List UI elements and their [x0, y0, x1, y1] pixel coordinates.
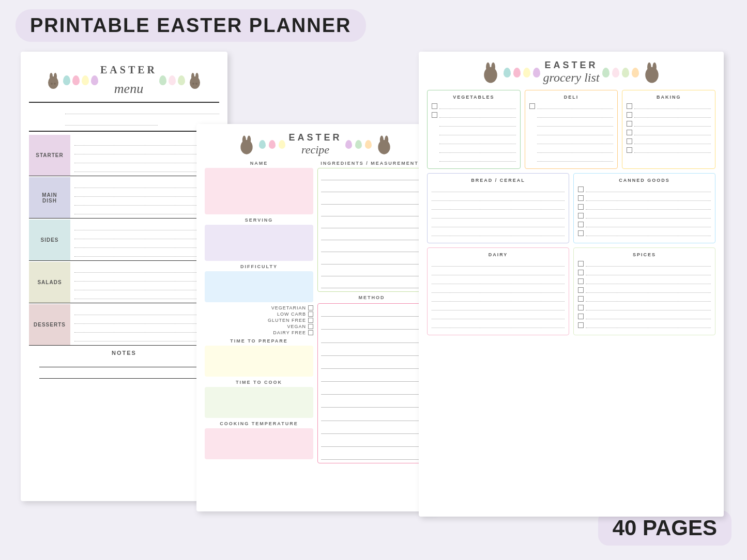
desserts-label: DESSERTS	[29, 304, 70, 345]
vegetables-section: VEGETABLES	[427, 90, 521, 169]
grocery-checkbox[interactable]	[578, 270, 584, 275]
menu-header: EASTER menu	[29, 64, 219, 97]
svg-point-5	[190, 76, 200, 89]
recipe-body: NAME SERVING DIFFICULTY VEGETARIAN LOW C…	[205, 161, 426, 463]
grocery-item	[432, 260, 565, 267]
svg-point-10	[241, 139, 253, 154]
grocery-checkbox[interactable]	[578, 305, 584, 310]
deli-title: DELI	[529, 95, 614, 100]
grocery-item	[432, 278, 565, 284]
grocery-item	[578, 313, 711, 319]
grocery-item	[432, 295, 565, 302]
grocery-item	[578, 322, 711, 328]
dairyfree-checkbox[interactable]	[308, 330, 313, 335]
vegan-checkbox[interactable]	[308, 324, 313, 329]
grocery-item	[529, 129, 614, 135]
svg-point-1	[50, 73, 53, 80]
lowcarb-checkbox[interactable]	[308, 312, 313, 317]
grocery-checkbox[interactable]	[627, 147, 632, 153]
grocery-checkbox[interactable]	[578, 186, 584, 192]
grocery-item	[627, 120, 711, 127]
grocery-item	[578, 221, 711, 227]
baking-title: BAKING	[627, 95, 711, 100]
grocery-item	[578, 260, 711, 267]
vegetarian-checkbox[interactable]	[308, 305, 313, 310]
grocery-checkbox[interactable]	[432, 112, 437, 118]
grocery-item	[432, 304, 565, 310]
grocery-checkbox[interactable]	[578, 195, 584, 201]
grocery-bunny-left	[480, 60, 501, 84]
timeprepare-box	[205, 346, 313, 377]
grocery-checkbox[interactable]	[627, 138, 632, 144]
glutenfree-checkbox[interactable]	[308, 318, 313, 323]
grocery-item	[432, 212, 565, 219]
serving-label: SERVING	[205, 217, 313, 223]
grocery-item	[578, 204, 711, 210]
baking-section: BAKING	[622, 90, 715, 169]
grocery-checkbox[interactable]	[578, 287, 584, 293]
grocery-item	[578, 230, 711, 236]
vegan-label: VEGAN	[287, 324, 306, 329]
spices-section: SPICES	[573, 247, 715, 335]
svg-point-20	[647, 63, 651, 72]
glutenfree-row: GLUTEN FREE	[205, 318, 313, 323]
grocery-checkbox[interactable]	[627, 112, 632, 118]
menu-section-desserts: DESSERTS	[29, 304, 219, 346]
grocery-checkbox[interactable]	[578, 296, 584, 302]
grocery-item	[529, 120, 614, 127]
grocery-checkbox[interactable]	[578, 230, 584, 236]
menu-decoration: EASTER menu	[29, 64, 219, 97]
notes-label: NOTES	[29, 350, 219, 356]
grocery-checkbox[interactable]	[529, 103, 535, 109]
svg-point-7	[195, 73, 199, 80]
lowcarb-label: LOW CARB	[277, 312, 306, 317]
method-box	[317, 303, 426, 463]
grocery-checkbox[interactable]	[627, 121, 632, 127]
grocery-item	[432, 129, 516, 135]
grocery-checkbox[interactable]	[578, 314, 584, 319]
grocery-checkbox[interactable]	[578, 278, 584, 284]
grocery-item	[432, 230, 565, 236]
ingredients-label: INGREDIENTS / MEASUREMENTS	[317, 161, 426, 166]
svg-point-18	[492, 63, 496, 72]
grocery-checkbox[interactable]	[578, 261, 584, 267]
grocery-checkbox[interactable]	[578, 213, 584, 219]
recipe-bunny-right	[375, 134, 393, 155]
grocery-item	[529, 155, 614, 162]
grocery-item	[432, 287, 565, 293]
vegetarian-label: VEGETARIAN	[271, 305, 306, 310]
grocery-item	[432, 112, 516, 118]
svg-point-9	[195, 83, 197, 85]
canned-title: CANNED GOODS	[578, 178, 711, 183]
ingredients-box	[317, 168, 426, 292]
svg-point-13	[378, 139, 390, 154]
difficulty-label: DIFFICULTY	[205, 264, 313, 269]
grocery-item	[529, 103, 614, 109]
method-label: METHOD	[317, 295, 426, 300]
starter-label: STARTER	[29, 135, 70, 176]
svg-point-11	[242, 135, 246, 144]
svg-point-19	[645, 67, 659, 83]
grocery-item	[432, 313, 565, 319]
name-label: NAME	[205, 161, 313, 166]
grocery-item	[627, 147, 711, 153]
grocery-checkbox[interactable]	[578, 322, 584, 328]
menu-section-sides: SIDES	[29, 220, 219, 261]
grocery-checkbox[interactable]	[432, 103, 437, 109]
grocery-script-label: grocery list	[543, 71, 599, 85]
grocery-checkbox[interactable]	[578, 222, 584, 227]
vegetables-title: VEGETABLES	[432, 95, 516, 100]
vegetarian-row: VEGETARIAN	[205, 305, 313, 310]
menu-section-starter: STARTER	[29, 135, 219, 176]
grocery-item	[529, 112, 614, 118]
grocery-middle-row: BREAD / CEREAL	[427, 173, 715, 243]
menu-easter-label: EASTER	[100, 64, 157, 76]
svg-point-12	[248, 135, 251, 144]
grocery-checkbox[interactable]	[627, 130, 632, 135]
serving-box	[205, 225, 313, 261]
grocery-item	[432, 103, 516, 109]
grocery-checkbox[interactable]	[627, 103, 632, 109]
spices-title: SPICES	[578, 252, 711, 257]
grocery-checkbox[interactable]	[578, 204, 584, 210]
recipe-bunny-left	[237, 134, 256, 155]
